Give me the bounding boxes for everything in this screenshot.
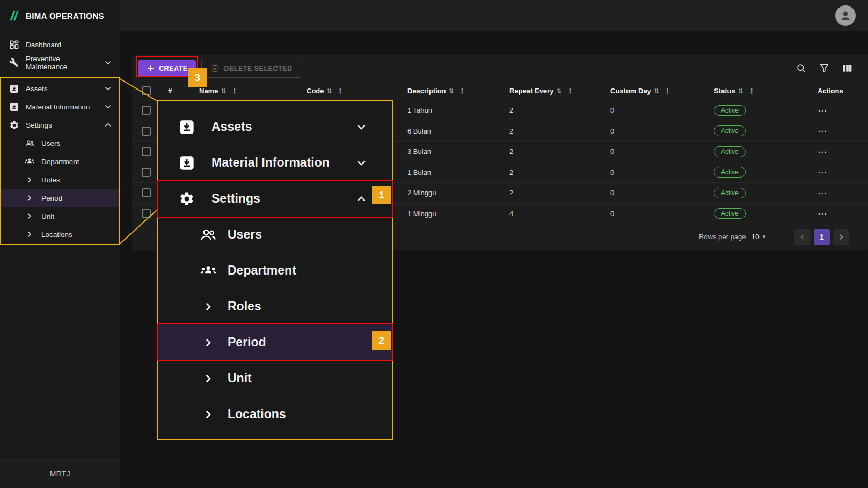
callout-item-unit[interactable]: Unit xyxy=(158,360,392,396)
column-header-description[interactable]: Description⇅⋮ xyxy=(401,87,503,95)
callout-item-material-information[interactable]: Material Information xyxy=(158,145,392,181)
status-badge: Active xyxy=(714,146,746,157)
chevron-down-icon xyxy=(354,120,368,134)
sort-icon[interactable]: ⇅ xyxy=(738,87,743,95)
sort-icon[interactable]: ⇅ xyxy=(556,87,561,95)
annotation-step-badge-1: 1 xyxy=(372,186,391,204)
status-badge: Active xyxy=(714,105,746,116)
avatar[interactable] xyxy=(835,5,856,26)
chevron-right-icon xyxy=(24,211,35,221)
sidebar-item-period[interactable]: Period xyxy=(0,189,120,207)
sidebar-item-roles[interactable]: Roles xyxy=(0,171,120,189)
sidebar-item-settings[interactable]: Settings xyxy=(0,116,120,134)
sidebar-item-dashboard[interactable]: Dashboard xyxy=(0,35,120,54)
row-actions-button[interactable]: ⋯ xyxy=(818,208,827,219)
cell-description: 6 Bulan xyxy=(401,127,503,135)
material-information-icon xyxy=(9,101,19,112)
row-actions-button[interactable]: ⋯ xyxy=(818,188,827,198)
sidebar-item-users[interactable]: Users xyxy=(0,134,120,152)
row-actions-button[interactable]: ⋯ xyxy=(818,105,827,116)
callout-item-label: Period xyxy=(228,335,266,350)
sort-icon[interactable]: ⇅ xyxy=(449,87,454,95)
select-all-checkbox[interactable] xyxy=(142,86,151,95)
column-menu-icon[interactable]: ⋮ xyxy=(664,87,671,95)
callout-item-roles[interactable]: Roles xyxy=(158,289,392,324)
cell-repeat-every: 2 xyxy=(503,189,604,197)
trash-icon xyxy=(210,64,220,73)
prev-page-button[interactable] xyxy=(794,229,811,245)
column-menu-icon[interactable]: ⋮ xyxy=(231,87,238,95)
column-header-status[interactable]: Status⇅⋮ xyxy=(707,87,811,95)
sort-icon[interactable]: ⇅ xyxy=(654,87,659,95)
callout-item-period[interactable]: Period xyxy=(158,324,392,360)
row-checkbox[interactable] xyxy=(142,188,151,197)
sidebar-item-label: Dashboard xyxy=(26,41,61,49)
row-checkbox[interactable] xyxy=(142,209,151,218)
sidebar-zoom-callout: Assets Material Information Settings Use… xyxy=(157,100,393,440)
table-header-row: # Name⇅⋮ Code⇅⋮ Description⇅⋮ Repeat Eve… xyxy=(132,82,868,100)
chevron-right-icon xyxy=(24,174,35,185)
callout-item-settings[interactable]: Settings xyxy=(158,181,392,217)
dropdown-caret-icon: ▾ xyxy=(762,233,765,240)
sidebar-item-locations[interactable]: Locations xyxy=(0,225,120,243)
callout-item-locations[interactable]: Locations xyxy=(158,396,392,432)
callout-item-assets[interactable]: Assets xyxy=(158,109,392,145)
cell-repeat-every: 2 xyxy=(503,127,604,135)
cell-custom-day: 0 xyxy=(604,168,707,176)
row-checkbox[interactable] xyxy=(142,127,151,136)
callout-item-label: Roles xyxy=(228,299,261,314)
row-checkbox[interactable] xyxy=(142,106,151,115)
tools-icon xyxy=(9,57,19,68)
chevron-down-icon xyxy=(354,156,368,170)
column-header-number: # xyxy=(162,87,193,95)
columns-icon[interactable] xyxy=(842,63,853,74)
row-actions-button[interactable]: ⋯ xyxy=(818,125,827,136)
filter-icon[interactable] xyxy=(819,63,830,74)
sidebar-footer-label: MRTJ xyxy=(50,470,70,478)
column-header-code[interactable]: Code⇅⋮ xyxy=(300,87,401,95)
sort-icon[interactable]: ⇅ xyxy=(221,87,226,95)
column-header-name[interactable]: Name⇅⋮ xyxy=(193,87,300,95)
current-page-button[interactable]: 1 xyxy=(814,229,830,245)
assets-icon xyxy=(9,83,19,94)
chevron-right-icon xyxy=(200,298,217,315)
rows-per-page-label: Rows per page xyxy=(699,233,746,241)
column-header-repeat-every[interactable]: Repeat Every⇅⋮ xyxy=(503,87,604,95)
delete-selected-button[interactable]: DELETE SELECTED xyxy=(201,60,301,78)
sidebar-nav: Dashboard Preventive Maintenance Assets xyxy=(0,31,120,243)
cell-description: 1 Minggu xyxy=(401,210,503,218)
users-icon xyxy=(200,226,217,243)
column-menu-icon[interactable]: ⋮ xyxy=(566,87,573,95)
callout-item-label: Users xyxy=(228,227,262,242)
row-checkbox[interactable] xyxy=(142,147,151,156)
row-checkbox[interactable] xyxy=(142,168,151,177)
column-menu-icon[interactable]: ⋮ xyxy=(337,87,344,95)
search-icon[interactable] xyxy=(796,63,807,74)
sidebar-item-assets[interactable]: Assets xyxy=(0,79,120,98)
gear-icon xyxy=(9,120,19,130)
column-menu-icon[interactable]: ⋮ xyxy=(748,87,755,95)
row-actions-button[interactable]: ⋯ xyxy=(818,146,827,157)
callout-item-department[interactable]: Department xyxy=(158,253,392,289)
callout-item-users[interactable]: Users xyxy=(158,217,392,253)
chevron-up-icon xyxy=(103,120,113,130)
rows-per-page-select[interactable]: 10 ▾ xyxy=(751,233,765,241)
sidebar-item-label: Unit xyxy=(41,212,54,220)
sidebar-item-department[interactable]: Department xyxy=(0,152,120,171)
cell-description: 1 Bulan xyxy=(401,168,503,176)
column-header-actions: Actions xyxy=(811,87,868,95)
sidebar-item-label: Material Information xyxy=(26,103,90,111)
column-header-custom-day[interactable]: Custom Day⇅⋮ xyxy=(604,87,707,95)
sidebar-item-material-information[interactable]: Material Information xyxy=(0,98,120,116)
sort-icon[interactable]: ⇅ xyxy=(327,87,332,95)
chevron-down-icon xyxy=(103,102,113,112)
row-actions-button[interactable]: ⋯ xyxy=(818,167,827,178)
next-page-button[interactable] xyxy=(833,229,849,245)
cell-description: 3 Bulan xyxy=(401,147,503,156)
column-menu-icon[interactable]: ⋮ xyxy=(459,87,466,95)
chevron-up-icon xyxy=(354,192,368,206)
cell-repeat-every: 4 xyxy=(503,210,604,218)
table-toolbar: CREATE DELETE SELECTED xyxy=(132,55,868,82)
sidebar-item-unit[interactable]: Unit xyxy=(0,207,120,225)
sidebar-item-preventive-maintenance[interactable]: Preventive Maintenance xyxy=(0,54,120,72)
